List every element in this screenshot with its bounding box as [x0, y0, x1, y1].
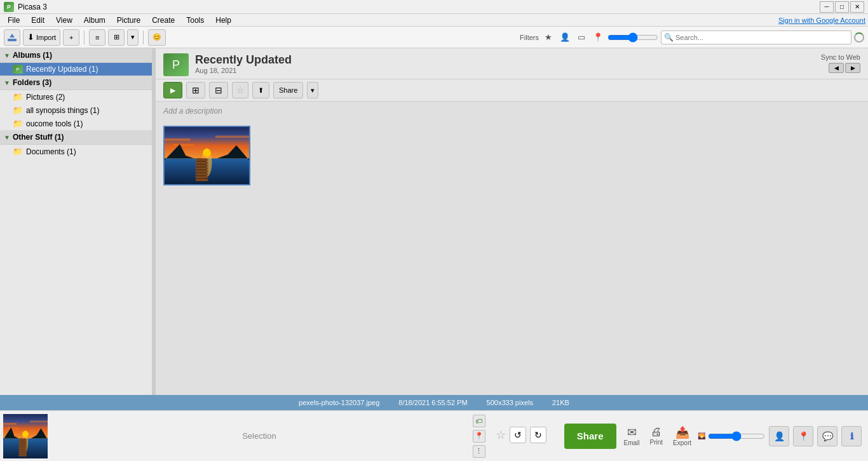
album-info: Recently Updated Aug 18, 2021: [195, 53, 292, 74]
import-button[interactable]: ⬇ Import: [23, 29, 60, 46]
add-button[interactable]: +: [63, 29, 79, 46]
sidebar-item-recently-updated[interactable]: P Recently Updated (1): [0, 63, 152, 76]
sidebar-item-documents[interactable]: 📁 Documents (1): [0, 145, 152, 158]
menu-file[interactable]: File: [3, 15, 25, 26]
app-icon: P: [4, 2, 14, 12]
share-dropdown-icon: ▾: [311, 86, 315, 95]
sync-toggle[interactable]: ◀ ▶: [829, 63, 860, 73]
list-view-button[interactable]: ≡: [89, 29, 105, 46]
share-button[interactable]: Share: [273, 82, 303, 98]
documents-label: Documents (1): [26, 147, 76, 156]
photo-toolbar: ▶ ⊞ ⊟ ☆ ⬆ Share ▾: [156, 79, 868, 102]
album-icon: P: [13, 65, 23, 74]
tag-button[interactable]: 🏷: [473, 415, 485, 427]
bottom-canvas: [3, 414, 48, 458]
zoom-small-icon: 🌄: [698, 432, 705, 439]
sync-off-button[interactable]: ◀: [829, 63, 844, 73]
slideshow-button[interactable]: ▶: [163, 82, 182, 98]
face-icon: 😊: [153, 33, 161, 41]
menu-help[interactable]: Help: [210, 15, 236, 26]
sign-in-link[interactable]: Sign in with Google Account: [778, 17, 865, 24]
albums-triangle: ▼: [4, 52, 10, 59]
oucome-label: oucome tools (1): [26, 119, 83, 128]
info-button[interactable]: ℹ: [841, 426, 862, 446]
albums-section-header[interactable]: ▼ Albums (1): [0, 48, 152, 63]
minimize-button[interactable]: ─: [820, 1, 834, 13]
menu-edit[interactable]: Edit: [26, 15, 50, 26]
folder-icon: 📁: [13, 92, 23, 102]
titlebar-controls[interactable]: ─ □ ✕: [820, 1, 864, 13]
search-container: 🔍: [661, 30, 851, 44]
share-dropdown-button[interactable]: ▾: [307, 82, 318, 98]
bottom-selection-label: Selection: [51, 431, 468, 441]
face-detect-button[interactable]: 😊: [148, 29, 166, 46]
location-button[interactable]: 📍: [473, 430, 485, 443]
toolbar-separator: [84, 30, 85, 44]
print-action[interactable]: 🖨 Print: [650, 425, 663, 446]
zoom-slider-container: 🌄: [698, 431, 765, 441]
sidebar-item-synopsis[interactable]: 📁 all synopsis things (1): [0, 104, 152, 117]
bottom-thumbnail[interactable]: [3, 414, 48, 458]
titlebar-left: P Picasa 3: [4, 2, 47, 12]
mosaic-button[interactable]: ⊟: [209, 82, 228, 98]
bottom-star-rotate: ☆ ↺ ↻: [496, 427, 546, 443]
geo-filter-button[interactable]: 📍: [591, 30, 605, 44]
email-icon: ✉: [627, 425, 637, 439]
photo-dimensions: 500x333 pixels: [487, 399, 533, 406]
more-button[interactable]: ⋮: [473, 445, 485, 458]
search-icon: 🔍: [664, 33, 674, 42]
caption-button[interactable]: 💬: [817, 426, 837, 446]
toolbar: ⬇ Import + ≡ ⊞ ▾ 😊 Filters ★ 👤 ▭ 📍 🔍: [0, 27, 868, 48]
share-big-button[interactable]: Share: [564, 424, 616, 449]
people-button[interactable]: 👤: [769, 426, 789, 446]
maximize-button[interactable]: □: [835, 1, 849, 13]
folders-section-header[interactable]: ▼ Folders (3): [0, 76, 152, 90]
star-filter-button[interactable]: ★: [541, 30, 555, 44]
photo-thumbnail[interactable]: [163, 126, 250, 185]
bottom-actions-area: ☆ ↺ ↻: [491, 427, 552, 446]
menu-picture[interactable]: Picture: [112, 15, 146, 26]
email-action[interactable]: ✉ Email: [624, 425, 640, 446]
upload-button[interactable]: [4, 29, 20, 46]
dropdown-view-button[interactable]: ▾: [127, 29, 139, 46]
other-section-header[interactable]: ▼ Other Stuff (1): [0, 130, 152, 145]
zoom-slider[interactable]: [708, 431, 765, 441]
geopin-button[interactable]: 📍: [793, 426, 813, 446]
menu-view[interactable]: View: [51, 15, 78, 26]
sync-to-web-label: Sync to Web: [821, 53, 860, 61]
folders-label: Folders (3): [13, 78, 51, 87]
export-icon: 📤: [675, 425, 689, 439]
sidebar: ▼ Albums (1) P Recently Updated (1) ▼ Fo…: [0, 48, 153, 395]
rotate-right-button[interactable]: ↻: [530, 427, 546, 443]
play-icon: ▶: [170, 86, 175, 95]
bottom-right-icons: 🌄 👤 📍 💬 ℹ: [698, 426, 868, 446]
sidebar-item-oucome[interactable]: 📁 oucome tools (1): [0, 117, 152, 130]
menu-create[interactable]: Create: [147, 15, 180, 26]
star-button[interactable]: ☆: [232, 82, 248, 98]
app-title: Picasa 3: [18, 3, 47, 11]
filter-slider[interactable]: [607, 32, 658, 43]
upload-photo-button[interactable]: ⬆: [252, 82, 269, 98]
collage-button[interactable]: ⊞: [186, 82, 205, 98]
video-filter-button[interactable]: ▭: [574, 30, 588, 44]
sync-on-button[interactable]: ▶: [845, 63, 860, 73]
filters-section: Filters ★ 👤 ▭ 📍 🔍: [520, 30, 864, 44]
mosaic-icon: ⊟: [215, 85, 222, 95]
close-button[interactable]: ✕: [850, 1, 864, 13]
sync-to-web-area: Sync to Web ◀ ▶: [821, 53, 860, 73]
loading-spinner: [854, 32, 864, 43]
grid-view-button[interactable]: ⊞: [108, 29, 125, 46]
menu-album[interactable]: Album: [79, 15, 111, 26]
export-action[interactable]: 📤 Export: [673, 425, 691, 446]
description-area[interactable]: Add a description: [156, 102, 868, 121]
menu-tools[interactable]: Tools: [181, 15, 209, 26]
rotate-left-button[interactable]: ↺: [510, 427, 526, 443]
grid-icon: ⊞: [114, 33, 119, 41]
search-input[interactable]: [661, 30, 851, 44]
face-filter-button[interactable]: 👤: [558, 30, 572, 44]
sidebar-item-pictures[interactable]: 📁 Pictures (2): [0, 90, 152, 104]
album-date: Aug 18, 2021: [195, 67, 292, 74]
star-toggle-button[interactable]: ☆: [496, 428, 506, 442]
svg-marker-1: [10, 34, 15, 37]
print-icon: 🖨: [651, 425, 662, 439]
